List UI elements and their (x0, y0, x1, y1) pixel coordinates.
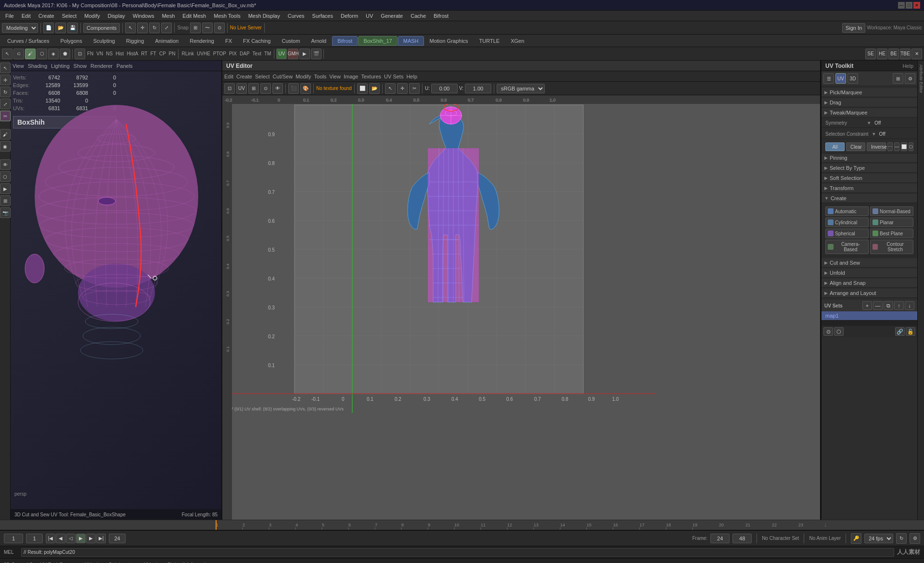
tb-close-icon[interactable]: ✕ (911, 49, 922, 59)
section-transform-header[interactable]: ▶ Transform (821, 184, 917, 193)
tool-select[interactable]: ↖ (0, 63, 11, 73)
uv-tb-fit-icon[interactable]: ⬜ (357, 83, 368, 94)
uvsets-add-icon[interactable]: + (862, 301, 872, 310)
uv-tb-load-icon[interactable]: 📂 (369, 83, 380, 94)
create-camera-based-button[interactable]: Camera-Based (825, 240, 869, 254)
tool-render[interactable]: ▶ (0, 183, 11, 194)
menu-create[interactable]: Create (35, 12, 58, 20)
section-align-and-snap-header[interactable]: ▶ Align and Snap (821, 279, 917, 288)
frame-display-input[interactable] (710, 534, 730, 543)
tb-uv1-icon[interactable]: UV (276, 49, 287, 59)
section-soft-selection-header[interactable]: ▶ Soft Selection (821, 174, 917, 183)
tool-material[interactable]: ⬡ (0, 171, 11, 182)
shelf-tab-curves-surfaces[interactable]: Curves / Surfaces (2, 36, 54, 46)
prev-keyframe-button[interactable]: |◀ (46, 534, 55, 543)
snap-curve-icon[interactable]: 〜 (202, 23, 213, 33)
uv-tb-tweak-icon[interactable]: ✛ (397, 83, 408, 94)
modeling-dropdown[interactable]: Modeling (2, 23, 38, 33)
uvsets-remove-icon[interactable]: — (873, 301, 883, 310)
uvset-map1[interactable]: map1 (821, 311, 917, 320)
uvtk-uv-icon[interactable]: UV (835, 73, 846, 84)
tb-select-icon[interactable]: ↖ (2, 49, 13, 59)
menu-mesh-tools[interactable]: Mesh Tools (210, 12, 244, 20)
menu-curves[interactable]: Curves (284, 12, 308, 20)
vp-menu-lighting[interactable]: Lighting (51, 63, 70, 69)
tb-tool3-icon[interactable]: ⬟ (60, 49, 70, 59)
shelf-tab-mash[interactable]: MASH (398, 36, 424, 46)
tb-anim-icon[interactable]: 🎬 (311, 49, 321, 59)
vp-menu-shading[interactable]: Shading (28, 63, 47, 69)
next-frame-button[interactable]: ▶ (86, 534, 96, 543)
uvsets-tb-icon1[interactable]: ⊙ (823, 327, 833, 336)
new-scene-icon[interactable]: 📄 (43, 23, 54, 33)
uvtk-snap-icon[interactable]: ⊞ (893, 73, 903, 84)
shelf-tab-sculpting[interactable]: Sculpting (88, 36, 120, 46)
tool-grid[interactable]: ⊞ (0, 195, 11, 206)
shelf-tab-polygons[interactable]: Polygons (55, 36, 87, 46)
uv-tb-frame-icon[interactable]: ⊡ (224, 83, 235, 94)
maximize-button[interactable]: □ (906, 2, 912, 9)
tb-tool1-icon[interactable]: ⬡ (37, 49, 47, 59)
tb-tbe-icon[interactable]: TBE (900, 49, 911, 59)
uv-menu-select[interactable]: Select (255, 74, 270, 79)
uvtk-settings-icon[interactable]: ⚙ (905, 73, 915, 84)
play-backward-button[interactable]: ◁ (66, 534, 76, 543)
uvsets-tb-icon3[interactable]: 🔗 (895, 327, 905, 336)
tb-tool2-icon[interactable]: ◈ (48, 49, 59, 59)
tool-show-hide[interactable]: 👁 (0, 159, 11, 170)
uv-tb-checker-icon[interactable]: ⬛ (288, 83, 299, 94)
menu-display[interactable]: Display (104, 12, 128, 20)
uv-menu-image[interactable]: Image (344, 74, 359, 79)
menu-generate[interactable]: Generate (377, 12, 406, 20)
uv-menu-cutsew[interactable]: Cut/Sew (273, 74, 293, 79)
uvtk-3d-icon[interactable]: 3D (847, 73, 858, 84)
uv-menu-edit[interactable]: Edit (224, 74, 233, 79)
gamma-dropdown[interactable]: sRGB gamma (497, 84, 545, 93)
shelf-tab-animation[interactable]: Animation (150, 36, 184, 46)
tb-se-icon[interactable]: SE (865, 49, 876, 59)
uv-u-input[interactable] (431, 84, 458, 93)
section-cut-and-sew-header[interactable]: ▶ Cut and Sew (821, 258, 917, 268)
shelf-tab-arnold[interactable]: Arnold (306, 36, 332, 46)
snap-grid-icon[interactable]: ⊞ (190, 23, 201, 33)
scale-icon[interactable]: ⤢ (161, 23, 172, 33)
open-scene-icon[interactable]: 📂 (55, 23, 66, 33)
uv-menu-view[interactable]: View (329, 74, 341, 79)
uvtk-list-icon[interactable]: ☰ (823, 73, 834, 84)
uv-menu-modify[interactable]: Modify (295, 74, 311, 79)
menu-mesh-display[interactable]: Mesh Display (245, 12, 283, 20)
vp-menu-panels[interactable]: Panels (116, 63, 133, 69)
current-frame-input[interactable] (4, 534, 23, 543)
shelf-tab-fx-caching[interactable]: FX Caching (238, 36, 276, 46)
create-automatic-button[interactable]: Automatic (825, 206, 869, 216)
sel-vert-icon[interactable]: ⋯ (887, 142, 893, 151)
components-button[interactable]: Components (83, 23, 120, 33)
tb-all-icon[interactable]: ⊡ (75, 49, 85, 59)
uv-menu-create[interactable]: Create (236, 74, 252, 79)
shelf-tab-turtle[interactable]: TURTLE (474, 36, 505, 46)
prev-frame-button[interactable]: ◀ (56, 534, 65, 543)
attr-editor-tab[interactable]: Attribute Editor (918, 63, 924, 95)
settings-icon[interactable]: ⚙ (910, 533, 920, 544)
sel-face-icon[interactable]: ⬜ (901, 142, 907, 151)
create-spherical-button[interactable]: Spherical (825, 229, 869, 238)
loop-icon[interactable]: ↻ (896, 533, 907, 544)
rotate-icon[interactable]: ↻ (149, 23, 160, 33)
uvsets-tb-icon2[interactable]: ⬡ (834, 327, 844, 336)
select-icon[interactable]: ↖ (125, 23, 136, 33)
menu-windows[interactable]: Windows (129, 12, 158, 20)
tool-paint[interactable]: 🖌 (0, 129, 11, 140)
section-pick-marquee-header[interactable]: ▶ Pick/Marquee (821, 88, 917, 97)
snap-point-icon[interactable]: ⊙ (214, 23, 225, 33)
mel-input[interactable] (21, 548, 894, 557)
tb-paint-icon[interactable]: 🖌 (25, 49, 36, 59)
section-select-by-type-header[interactable]: ▶ Select By Type (821, 164, 917, 173)
sel-edge-icon[interactable]: — (894, 142, 899, 151)
auto-key-icon[interactable]: 🔑 (851, 533, 861, 544)
tb-gmh-icon[interactable]: GMH (288, 49, 298, 59)
menu-edit-mesh[interactable]: Edit Mesh (179, 12, 209, 20)
uvtoolkit-help[interactable]: Help (902, 63, 913, 69)
create-cylindrical-button[interactable]: Cylindrical (825, 218, 869, 227)
tool-camera[interactable]: 📷 (0, 207, 11, 218)
shelf-tab-rigging[interactable]: Rigging (121, 36, 149, 46)
